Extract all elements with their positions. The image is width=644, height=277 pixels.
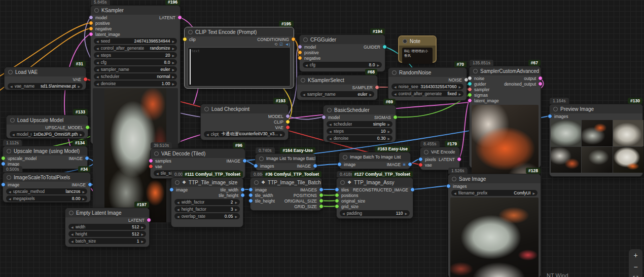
input-dot-negative[interactable] bbox=[298, 56, 302, 60]
input-dot-pixels[interactable] bbox=[418, 157, 423, 162]
increment-arrow-icon[interactable]: ▶ bbox=[172, 82, 174, 86]
output-dot-LATENT[interactable] bbox=[457, 157, 461, 162]
widget-height_factor[interactable]: ◀height_factor3▶ bbox=[174, 206, 240, 212]
output-port-NOISE[interactable]: NOISE bbox=[449, 77, 467, 83]
input-dot-upscale_model[interactable] bbox=[1, 156, 6, 161]
widget-noise_seed[interactable]: ◀noise_seed316430325547060▶ bbox=[391, 84, 463, 90]
collapse-dot-icon[interactable] bbox=[424, 150, 428, 154]
input-port-images[interactable]: images bbox=[550, 114, 568, 119]
input-dot-model[interactable] bbox=[89, 15, 93, 20]
collapse-dot-icon[interactable] bbox=[7, 149, 11, 153]
output-port-IMAGE[interactable]: IMAGE bbox=[227, 159, 245, 164]
increment-arrow-icon[interactable]: ▶ bbox=[235, 208, 237, 211]
collapse-dot-icon[interactable] bbox=[188, 30, 193, 34]
decrement-arrow-icon[interactable]: ◀ bbox=[394, 85, 397, 89]
collapse-dot-icon[interactable] bbox=[254, 180, 259, 185]
decrement-arrow-icon[interactable]: ◀ bbox=[96, 54, 99, 57]
output-port-VAE[interactable]: VAE bbox=[73, 77, 86, 82]
collapse-dot-icon[interactable] bbox=[204, 107, 209, 111]
fit-view-button[interactable]: ⛶ bbox=[630, 273, 641, 277]
output-port-ORIGINAL_SIZE[interactable]: ORIGINAL_SIZE bbox=[284, 199, 321, 204]
translate-icon[interactable]: ⟲ bbox=[274, 42, 277, 47]
node-ttp-image-assy[interactable]: 0.418s#127 Comfyui_TTP_Toolset❖TTP_Image… bbox=[336, 177, 413, 219]
node-titlebar[interactable]: ❖TTP_Image_Tile_Batch bbox=[251, 178, 321, 187]
output-dot-tile_width[interactable] bbox=[240, 187, 245, 192]
input-port-samples[interactable]: samples bbox=[151, 159, 171, 164]
increment-arrow-icon[interactable]: ▶ bbox=[141, 225, 144, 229]
increment-arrow-icon[interactable]: ▶ bbox=[172, 47, 174, 50]
input-port-positive[interactable]: positive bbox=[91, 21, 110, 26]
input-port-guider[interactable]: guider bbox=[470, 82, 486, 87]
input-port-images[interactable]: images bbox=[256, 164, 274, 169]
decrement-arrow-icon[interactable]: ◀ bbox=[96, 61, 99, 64]
input-dot-vae[interactable] bbox=[149, 164, 153, 169]
input-dot-positive[interactable] bbox=[89, 21, 93, 25]
input-dot-image[interactable] bbox=[1, 182, 6, 187]
node-cfg-guider[interactable]: #194CFGGuidermodelGUIDERpositivenegative… bbox=[299, 34, 385, 72]
node-load-checkpoint[interactable]: #193Load CheckpointMODELCLIPVAE◀ckpt_nam… bbox=[200, 104, 289, 140]
collapse-dot-icon[interactable] bbox=[154, 151, 159, 156]
input-port-positions[interactable]: positions bbox=[337, 193, 359, 198]
node-ksampler-select[interactable]: #68KSamplerSelectSAMPLER◀sampler_nameeul… bbox=[297, 75, 378, 100]
output-port-SIGMAS[interactable]: SIGMAS bbox=[374, 115, 396, 120]
input-dot-image[interactable] bbox=[169, 187, 174, 192]
node-load-upscale-model[interactable]: #133Load Upscale ModelUPSCALE_MODEL◀mode… bbox=[6, 115, 88, 139]
increment-arrow-icon[interactable]: ▶ bbox=[458, 85, 461, 89]
increment-arrow-icon[interactable]: ▶ bbox=[141, 232, 144, 236]
widget-steps[interactable]: ◀steps10▶ bbox=[327, 128, 392, 134]
node-titlebar[interactable]: Upscale Image (using Model) bbox=[3, 146, 87, 155]
decrement-arrow-icon[interactable]: ◀ bbox=[156, 172, 159, 175]
widget-seed[interactable]: ◀seed246741398534944▶ bbox=[94, 38, 177, 44]
output-dot-RECONSTRUCTED_IMAGE[interactable] bbox=[410, 187, 415, 192]
widget-ckpt_name[interactable]: ◀ckpt_name卡通动漫\counterfeitV30_v3...▶ bbox=[204, 131, 285, 137]
widget-padding[interactable]: ◀padding110▶ bbox=[340, 210, 410, 216]
input-port-tiles[interactable]: tiles bbox=[337, 187, 349, 192]
widget-control_after_generate[interactable]: ◀control_after_generaterandomize▶ bbox=[94, 45, 177, 51]
increment-arrow-icon[interactable]: ▶ bbox=[458, 92, 461, 96]
output-dot-SAMPLER[interactable] bbox=[375, 85, 379, 90]
node-titlebar[interactable]: CFGGuider bbox=[300, 35, 385, 44]
decrement-arrow-icon[interactable]: ◀ bbox=[177, 201, 180, 204]
node-titlebar[interactable]: Empty Latent Image bbox=[65, 208, 149, 217]
node-titlebar[interactable]: Note bbox=[399, 36, 436, 46]
collapse-dot-icon[interactable] bbox=[343, 155, 347, 160]
output-port-VAE[interactable]: VAE bbox=[275, 125, 288, 130]
output-port-IMAGE[interactable]: IMAGE bbox=[72, 182, 90, 187]
node-titlebar[interactable]: CLIP Text Encode (Prompt) bbox=[185, 27, 294, 36]
node-titlebar[interactable]: ❖TTP_Tile_image_size bbox=[171, 178, 243, 187]
increment-arrow-icon[interactable]: ▶ bbox=[369, 93, 372, 96]
node-ksampler[interactable]: 5.845s#196KSamplermodelLATENTpositiveneg… bbox=[90, 5, 181, 144]
input-port-image[interactable]: image bbox=[3, 162, 19, 167]
collapse-dot-icon[interactable] bbox=[69, 211, 74, 215]
decrement-arrow-icon[interactable]: ◀ bbox=[342, 212, 345, 215]
decrement-arrow-icon[interactable]: ◀ bbox=[303, 93, 305, 96]
collapse-dot-icon[interactable] bbox=[8, 70, 13, 74]
input-port-negative[interactable]: negative bbox=[300, 56, 320, 61]
input-port-pixels[interactable]: pixels bbox=[420, 157, 436, 162]
zoom-in-button[interactable]: + bbox=[630, 250, 641, 260]
collapse-dot-icon[interactable] bbox=[259, 156, 264, 161]
collapse-dot-icon[interactable] bbox=[553, 107, 558, 111]
input-dot-clip[interactable] bbox=[183, 37, 187, 42]
decrement-arrow-icon[interactable]: ◀ bbox=[9, 190, 11, 193]
node-load-vae[interactable]: #31Load VAEVAE◀vae_namesd1.5\animevae.pt… bbox=[4, 67, 86, 90]
decrement-arrow-icon[interactable]: ◀ bbox=[96, 75, 99, 78]
input-dot-samples[interactable] bbox=[149, 159, 153, 163]
output-port-LATENT[interactable]: LATENT bbox=[439, 157, 459, 162]
output-port-IMAGES[interactable]: IMAGES bbox=[300, 187, 321, 192]
input-port-images[interactable]: images bbox=[448, 184, 467, 189]
input-dot-tiles[interactable] bbox=[335, 187, 339, 192]
output-port-POSITIONS[interactable]: POSITIONS bbox=[294, 193, 321, 198]
widget-upscale_method[interactable]: ◀upscale_methodlanczos▶ bbox=[6, 188, 87, 194]
widget-scheduler[interactable]: ◀schedulersimple▶ bbox=[327, 121, 392, 127]
input-dot-images[interactable] bbox=[548, 114, 552, 118]
input-port-sampler[interactable]: sampler bbox=[470, 87, 489, 92]
decrement-arrow-icon[interactable]: ◀ bbox=[394, 92, 397, 96]
node-titlebar[interactable]: Image Batch To Image List bbox=[339, 152, 410, 162]
output-dot-IMAGE[interactable] bbox=[313, 164, 317, 168]
note-text[interactable]: B站: 哩哩哩的小香风 bbox=[402, 48, 433, 64]
speaker-icon[interactable]: ◄) bbox=[285, 42, 290, 47]
output-port-SAMPLER[interactable]: SAMPLER bbox=[352, 85, 377, 90]
collapse-dot-icon[interactable] bbox=[452, 177, 456, 181]
node-titlebar[interactable]: KSampler bbox=[91, 6, 180, 15]
